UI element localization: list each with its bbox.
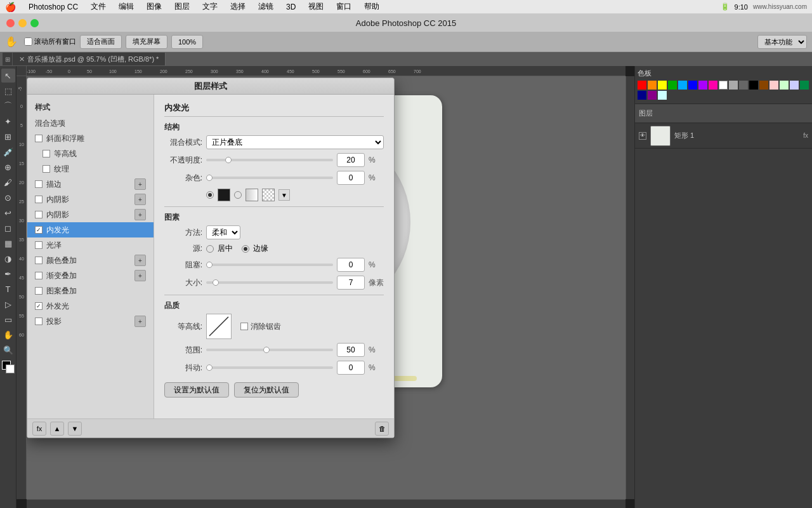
style-item-satin[interactable]: 光泽 [27, 237, 154, 253]
zoom-tool[interactable]: 🔍 [1, 343, 15, 357]
innerglow-check[interactable]: ✓ [35, 226, 43, 234]
gradientoverlay-check[interactable] [35, 272, 43, 279]
style-item-innershadow1[interactable]: 内阴影 + [27, 192, 154, 207]
delete-style-btn[interactable]: 🗑 [375, 422, 389, 436]
noise-input[interactable] [337, 171, 365, 185]
minimize-button[interactable] [18, 19, 27, 27]
color-preview-black[interactable] [218, 189, 230, 201]
swatch-darkblue[interactable] [638, 91, 646, 100]
brush-tool[interactable]: 🖌 [1, 175, 15, 189]
style-item-coloroverlay[interactable]: 颜色叠加 + [27, 253, 154, 268]
jitter-input[interactable] [337, 361, 365, 375]
innershadow2-check[interactable] [35, 211, 43, 218]
apple-menu[interactable]: 🍎 [5, 2, 16, 12]
swatch-white[interactable] [719, 81, 728, 90]
swatch-green[interactable] [668, 81, 677, 90]
close-button[interactable] [6, 19, 15, 27]
scroll-all-windows-check[interactable]: 滚动所有窗口 [24, 37, 76, 46]
swatch-brown[interactable] [759, 81, 768, 90]
method-select[interactable]: 柔和 [206, 225, 240, 239]
innershadow1-expand[interactable]: + [134, 194, 146, 205]
move-down-btn[interactable]: ▼ [68, 422, 82, 436]
center-radio[interactable] [206, 245, 214, 253]
layer-item-rectangle[interactable]: 👁 矩形 1 fx [635, 123, 812, 149]
stroke-check[interactable] [35, 180, 43, 188]
swatch-blue[interactable] [688, 81, 697, 90]
shape-tool[interactable]: ▭ [1, 312, 15, 326]
edge-radio[interactable] [242, 245, 249, 253]
choke-slider[interactable] [206, 264, 333, 266]
opacity-slider[interactable] [206, 159, 333, 161]
gradient-tool[interactable]: ▦ [1, 236, 15, 250]
v-scrollbar[interactable] [625, 76, 634, 499]
clone-stamp-tool[interactable]: ⊙ [1, 190, 15, 204]
size-input[interactable] [337, 276, 365, 290]
size-slider[interactable] [206, 281, 333, 284]
satin-check[interactable] [35, 241, 43, 249]
pen-tool[interactable]: ✒ [1, 267, 15, 281]
color-preview-pattern[interactable] [262, 189, 275, 201]
contour-check[interactable] [43, 150, 50, 157]
style-item-texture[interactable]: 纹理 [27, 161, 154, 177]
opacity-input[interactable] [337, 153, 365, 167]
type-tool[interactable]: T [1, 282, 15, 296]
eraser-tool[interactable]: ◻ [1, 221, 15, 235]
menu-view[interactable]: 视图 [306, 1, 326, 12]
move-up-btn[interactable]: ▲ [50, 422, 64, 436]
style-item-contour[interactable]: 等高线 [27, 146, 154, 161]
reset-default-btn[interactable]: 复位为默认值 [234, 382, 299, 398]
swatch-gray[interactable] [729, 81, 738, 90]
swatch-lightpink[interactable] [769, 81, 778, 90]
patternoverlay-check[interactable] [35, 287, 43, 295]
color-preview-gradient[interactable] [246, 189, 258, 201]
workspace-select[interactable]: 基本功能 [757, 35, 807, 49]
opacity-thumb[interactable] [225, 157, 232, 163]
menu-image[interactable]: 图像 [144, 1, 164, 12]
swatch-darkpurple[interactable] [648, 91, 657, 100]
dropshadow-check[interactable] [35, 318, 43, 325]
crop-tool[interactable]: ⊞ [1, 130, 15, 144]
texture-check[interactable] [43, 165, 50, 173]
noise-slider[interactable] [206, 177, 333, 179]
swatch-lightgreen[interactable] [780, 81, 789, 90]
swatch-purple[interactable] [698, 81, 707, 90]
style-item-stroke[interactable]: 描边 + [27, 177, 154, 192]
menu-filter[interactable]: 滤镜 [256, 1, 276, 12]
style-item-gradientoverlay[interactable]: 渐变叠加 + [27, 268, 154, 283]
path-selection-tool[interactable]: ▷ [1, 297, 15, 311]
history-brush-tool[interactable]: ↩ [1, 206, 15, 220]
coloroverlay-check[interactable] [35, 257, 43, 264]
swatch-black[interactable] [749, 81, 758, 90]
fit-screen-btn[interactable]: 适合画面 [80, 35, 122, 49]
anti-alias-check[interactable] [240, 323, 248, 330]
menu-photoshop[interactable]: Photoshop CC [26, 3, 81, 11]
innershadow2-expand[interactable]: + [134, 209, 146, 220]
swatch-yellow[interactable] [658, 81, 667, 90]
menu-file[interactable]: 文件 [88, 1, 108, 12]
range-thumb[interactable] [263, 347, 270, 353]
noise-thumb[interactable] [206, 175, 213, 181]
range-slider[interactable] [206, 349, 333, 351]
style-item-bevel[interactable]: 斜面和浮雕 [27, 131, 154, 146]
color-picker-btn[interactable]: ▼ [278, 189, 290, 201]
menu-type[interactable]: 文字 [200, 1, 220, 12]
swatch-lightcyan[interactable] [658, 91, 667, 100]
h-scrollbar[interactable] [27, 499, 625, 508]
coloroverlay-expand[interactable]: + [134, 255, 146, 266]
choke-input[interactable] [337, 258, 365, 272]
tab-panel-icon[interactable]: ⊞ [3, 53, 13, 65]
swatch-darkgreen[interactable] [800, 81, 809, 90]
contour-preview[interactable] [206, 314, 232, 339]
style-item-innerglow[interactable]: ✓ 内发光 [27, 222, 154, 237]
style-item-dropshadow[interactable]: 投影 + [27, 314, 154, 329]
lasso-tool[interactable]: ⌒ [1, 99, 15, 113]
jitter-slider[interactable] [206, 366, 333, 369]
menu-select[interactable]: 选择 [228, 1, 248, 12]
healing-brush-tool[interactable]: ⊕ [1, 160, 15, 174]
hand-tool-icon[interactable]: ✋ [5, 36, 18, 48]
fx-btn[interactable]: fx [32, 422, 46, 436]
gradient-radio[interactable] [234, 191, 242, 199]
menu-3d[interactable]: 3D [284, 3, 298, 11]
maximize-button[interactable] [30, 19, 39, 27]
swatch-cyan[interactable] [678, 81, 687, 90]
